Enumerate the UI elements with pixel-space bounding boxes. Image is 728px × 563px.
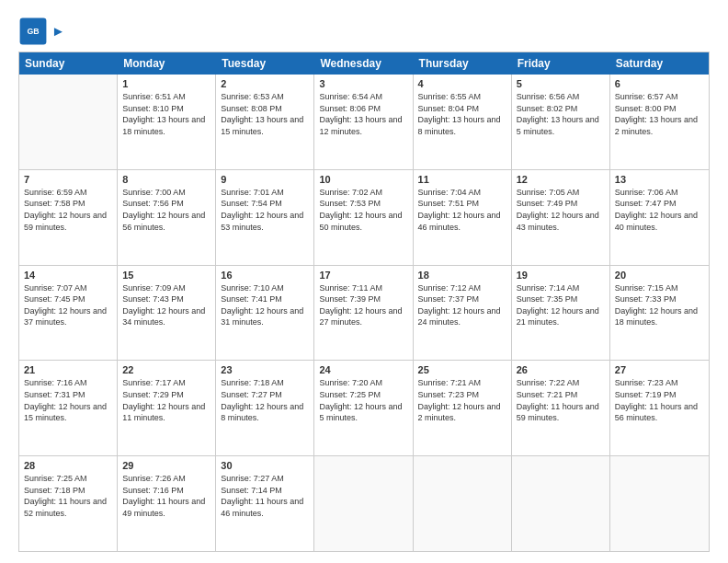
day-number: 26 — [517, 364, 605, 375]
day-info: Sunrise: 7:27 AMSunset: 7:14 PMDaylight:… — [221, 473, 309, 519]
calendar-cell: 5Sunrise: 6:56 AMSunset: 8:02 PMDaylight… — [512, 75, 610, 169]
calendar-weekday: Saturday — [610, 52, 709, 75]
calendar-weekday: Sunday — [19, 52, 118, 75]
day-number: 7 — [24, 174, 112, 185]
day-info: Sunrise: 7:21 AMSunset: 7:23 PMDaylight:… — [418, 377, 506, 423]
svg-text:GB: GB — [27, 27, 39, 36]
day-number: 21 — [24, 364, 112, 375]
day-number: 14 — [24, 270, 112, 281]
calendar-cell: 4Sunrise: 6:55 AMSunset: 8:04 PMDaylight… — [414, 75, 512, 169]
calendar-cell — [19, 75, 118, 169]
calendar-weekday: Tuesday — [216, 52, 314, 75]
day-number: 22 — [122, 364, 210, 375]
day-info: Sunrise: 6:55 AMSunset: 8:04 PMDaylight:… — [418, 91, 506, 137]
day-number: 2 — [221, 78, 309, 89]
page: GB ► SundayMondayTuesdayWednesdayThursda… — [0, 0, 728, 563]
day-info: Sunrise: 7:17 AMSunset: 7:29 PMDaylight:… — [122, 377, 210, 423]
day-info: Sunrise: 7:02 AMSunset: 7:53 PMDaylight:… — [319, 187, 407, 233]
calendar-weekday: Friday — [512, 52, 610, 75]
day-info: Sunrise: 7:26 AMSunset: 7:16 PMDaylight:… — [122, 473, 210, 519]
calendar-cell: 20Sunrise: 7:15 AMSunset: 7:33 PMDayligh… — [610, 266, 709, 361]
calendar-cell: 3Sunrise: 6:54 AMSunset: 8:06 PMDaylight… — [314, 75, 413, 169]
day-info: Sunrise: 7:14 AMSunset: 7:35 PMDaylight:… — [517, 282, 605, 328]
calendar-cell: 6Sunrise: 6:57 AMSunset: 8:00 PMDaylight… — [610, 75, 709, 169]
calendar-body: 1Sunrise: 6:51 AMSunset: 8:10 PMDaylight… — [19, 75, 709, 551]
day-number: 19 — [517, 270, 605, 281]
calendar-weekday: Monday — [118, 52, 216, 75]
calendar-cell: 23Sunrise: 7:18 AMSunset: 7:27 PMDayligh… — [216, 361, 314, 455]
calendar-cell: 30Sunrise: 7:27 AMSunset: 7:14 PMDayligh… — [216, 456, 314, 551]
day-number: 6 — [615, 78, 704, 89]
day-number: 12 — [517, 174, 605, 185]
calendar-row: 28Sunrise: 7:25 AMSunset: 7:18 PMDayligh… — [19, 456, 709, 551]
calendar-cell: 15Sunrise: 7:09 AMSunset: 7:43 PMDayligh… — [118, 266, 216, 361]
day-info: Sunrise: 6:59 AMSunset: 7:58 PMDaylight:… — [24, 187, 112, 233]
calendar-cell: 26Sunrise: 7:22 AMSunset: 7:21 PMDayligh… — [512, 361, 610, 455]
day-number: 28 — [24, 460, 112, 471]
day-number: 18 — [418, 270, 506, 281]
day-info: Sunrise: 7:12 AMSunset: 7:37 PMDaylight:… — [418, 282, 506, 328]
day-number: 10 — [319, 174, 407, 185]
calendar-cell: 14Sunrise: 7:07 AMSunset: 7:45 PMDayligh… — [19, 266, 118, 361]
calendar-cell: 27Sunrise: 7:23 AMSunset: 7:19 PMDayligh… — [610, 361, 709, 455]
day-info: Sunrise: 7:00 AMSunset: 7:56 PMDaylight:… — [122, 187, 210, 233]
day-number: 3 — [319, 78, 407, 89]
calendar-cell — [610, 456, 709, 551]
calendar-cell: 18Sunrise: 7:12 AMSunset: 7:37 PMDayligh… — [414, 266, 512, 361]
calendar-cell — [414, 456, 512, 551]
logo-line1: ► — [51, 24, 65, 40]
day-number: 17 — [319, 270, 407, 281]
day-info: Sunrise: 6:53 AMSunset: 8:08 PMDaylight:… — [221, 91, 309, 137]
logo: GB ► — [18, 17, 65, 46]
day-number: 25 — [418, 364, 506, 375]
day-info: Sunrise: 7:05 AMSunset: 7:49 PMDaylight:… — [517, 187, 605, 233]
day-number: 27 — [615, 364, 704, 375]
day-info: Sunrise: 7:09 AMSunset: 7:43 PMDaylight:… — [122, 282, 210, 328]
calendar: SundayMondayTuesdayWednesdayThursdayFrid… — [18, 52, 710, 552]
calendar-cell: 12Sunrise: 7:05 AMSunset: 7:49 PMDayligh… — [512, 170, 610, 265]
calendar-cell: 11Sunrise: 7:04 AMSunset: 7:51 PMDayligh… — [414, 170, 512, 265]
calendar-cell: 13Sunrise: 7:06 AMSunset: 7:47 PMDayligh… — [610, 170, 709, 265]
day-number: 30 — [221, 460, 309, 471]
day-info: Sunrise: 7:04 AMSunset: 7:51 PMDaylight:… — [418, 187, 506, 233]
day-number: 4 — [418, 78, 506, 89]
calendar-cell: 17Sunrise: 7:11 AMSunset: 7:39 PMDayligh… — [314, 266, 413, 361]
calendar-row: 1Sunrise: 6:51 AMSunset: 8:10 PMDaylight… — [19, 75, 709, 170]
calendar-cell — [512, 456, 610, 551]
day-number: 9 — [221, 174, 309, 185]
calendar-cell: 24Sunrise: 7:20 AMSunset: 7:25 PMDayligh… — [314, 361, 413, 455]
day-info: Sunrise: 7:15 AMSunset: 7:33 PMDaylight:… — [615, 282, 704, 328]
calendar-cell: 29Sunrise: 7:26 AMSunset: 7:16 PMDayligh… — [118, 456, 216, 551]
logo-icon: GB — [18, 17, 48, 46]
day-info: Sunrise: 7:16 AMSunset: 7:31 PMDaylight:… — [24, 377, 112, 423]
calendar-cell: 2Sunrise: 6:53 AMSunset: 8:08 PMDaylight… — [216, 75, 314, 169]
calendar-cell: 9Sunrise: 7:01 AMSunset: 7:54 PMDaylight… — [216, 170, 314, 265]
day-info: Sunrise: 6:51 AMSunset: 8:10 PMDaylight:… — [122, 91, 210, 137]
calendar-cell — [314, 456, 413, 551]
calendar-row: 21Sunrise: 7:16 AMSunset: 7:31 PMDayligh… — [19, 361, 709, 456]
day-info: Sunrise: 7:07 AMSunset: 7:45 PMDaylight:… — [24, 282, 112, 328]
day-info: Sunrise: 7:06 AMSunset: 7:47 PMDaylight:… — [615, 187, 704, 233]
calendar-cell: 25Sunrise: 7:21 AMSunset: 7:23 PMDayligh… — [414, 361, 512, 455]
day-info: Sunrise: 7:25 AMSunset: 7:18 PMDaylight:… — [24, 473, 112, 519]
day-info: Sunrise: 7:23 AMSunset: 7:19 PMDaylight:… — [615, 377, 704, 423]
calendar-cell: 16Sunrise: 7:10 AMSunset: 7:41 PMDayligh… — [216, 266, 314, 361]
calendar-cell: 19Sunrise: 7:14 AMSunset: 7:35 PMDayligh… — [512, 266, 610, 361]
day-number: 16 — [221, 270, 309, 281]
day-info: Sunrise: 7:18 AMSunset: 7:27 PMDaylight:… — [221, 377, 309, 423]
day-number: 24 — [319, 364, 407, 375]
day-info: Sunrise: 7:22 AMSunset: 7:21 PMDaylight:… — [517, 377, 605, 423]
calendar-cell: 28Sunrise: 7:25 AMSunset: 7:18 PMDayligh… — [19, 456, 118, 551]
day-info: Sunrise: 6:56 AMSunset: 8:02 PMDaylight:… — [517, 91, 605, 137]
day-number: 15 — [122, 270, 210, 281]
day-number: 11 — [418, 174, 506, 185]
day-info: Sunrise: 6:54 AMSunset: 8:06 PMDaylight:… — [319, 91, 407, 137]
day-number: 5 — [517, 78, 605, 89]
calendar-row: 7Sunrise: 6:59 AMSunset: 7:58 PMDaylight… — [19, 170, 709, 266]
day-number: 13 — [615, 174, 704, 185]
logo-text-block: ► — [51, 24, 65, 40]
day-info: Sunrise: 7:20 AMSunset: 7:25 PMDaylight:… — [319, 377, 407, 423]
day-info: Sunrise: 7:01 AMSunset: 7:54 PMDaylight:… — [221, 187, 309, 233]
calendar-header: SundayMondayTuesdayWednesdayThursdayFrid… — [19, 52, 709, 75]
calendar-cell: 22Sunrise: 7:17 AMSunset: 7:29 PMDayligh… — [118, 361, 216, 455]
